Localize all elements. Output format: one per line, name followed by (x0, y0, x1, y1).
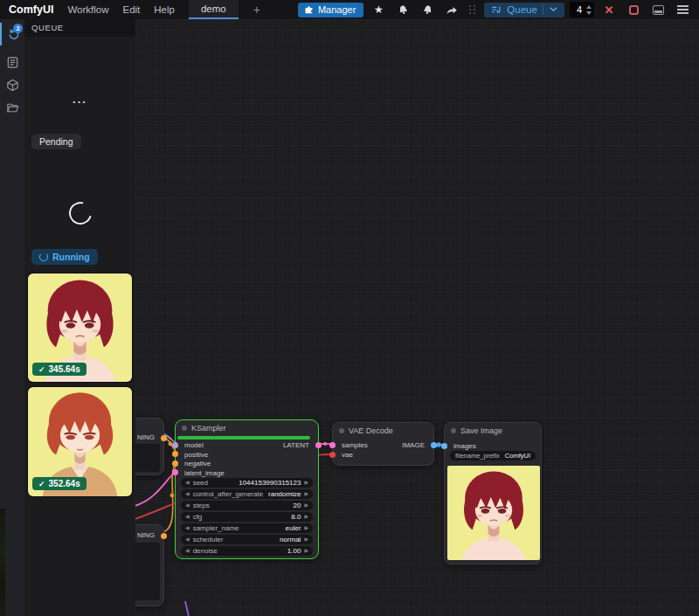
queue-sidebar-panel: QUEUE ... Pending Running ✓ 345.64s ✓ 35… (24, 19, 135, 616)
drag-handle-icon[interactable] (469, 5, 476, 14)
loading-spinner (65, 197, 96, 229)
increment-arrow-icon[interactable] (304, 489, 308, 499)
increment-arrow-icon[interactable] (304, 535, 308, 544)
model-library-cube-icon (6, 79, 19, 92)
bottom-panel-icon[interactable] (648, 2, 668, 17)
queue-overflow-menu[interactable]: ... (24, 93, 135, 106)
share-icon[interactable] (442, 2, 461, 17)
widget-scheduler[interactable]: scheduler normal (181, 535, 313, 544)
new-tab-button[interactable]: + (249, 3, 265, 17)
widget-sampler-name[interactable]: sampler_name euler (181, 523, 313, 533)
output-label-image: IMAGE (402, 441, 425, 449)
widget-cfg[interactable]: cfg 8.0 (181, 512, 313, 522)
progress-bar (177, 436, 315, 440)
manager-button[interactable]: Manager (298, 3, 363, 17)
decrement-arrow-icon[interactable] (185, 512, 190, 522)
saved-image-preview[interactable] (447, 466, 540, 560)
widget-steps[interactable]: steps 20 (181, 501, 313, 510)
node-graph-canvas[interactable]: NING th -lor, ed itable NING KSampler mo… (135, 19, 699, 616)
bell-alt-icon[interactable] (418, 2, 437, 17)
input-port-negative[interactable] (172, 460, 178, 467)
node-save-image[interactable]: Save Image images filename_prefix ComfyU… (444, 422, 542, 564)
chevron-down-icon[interactable] (549, 5, 558, 13)
sidebar-item-node-library[interactable] (0, 51, 24, 73)
node-title-bar[interactable]: Save Image (445, 423, 541, 439)
generated-image-portrait (447, 466, 540, 560)
input-port-vae[interactable] (329, 452, 336, 458)
input-port-samples[interactable] (329, 442, 336, 448)
decrement-arrow-icon[interactable] (185, 523, 190, 533)
check-icon: ✓ (38, 480, 45, 488)
increment-icon[interactable] (586, 5, 592, 9)
stop-icon[interactable] (624, 2, 643, 17)
menu-workflow[interactable]: Workflow (67, 4, 108, 15)
output-port-conditioning[interactable] (161, 435, 167, 441)
node-clip-text-encode-partial-top[interactable]: NING th -lor, ed itable (135, 418, 164, 475)
decrement-icon[interactable] (586, 11, 592, 15)
increment-arrow-icon[interactable] (304, 501, 308, 510)
sidebar-item-workflows[interactable] (0, 96, 24, 119)
top-menubar: ComfyUI Workflow Edit Help demo + Manage… (0, 0, 699, 19)
output-port-latent[interactable] (315, 442, 322, 448)
input-label-vae: vae (342, 451, 353, 459)
hamburger-menu-icon[interactable] (673, 2, 692, 17)
collapse-dot-icon[interactable] (451, 428, 456, 433)
input-label-images: images (453, 442, 476, 450)
prompt-text-widget[interactable] (135, 543, 160, 600)
queue-result-thumbnail-2[interactable]: ✓ 352.64s (28, 387, 132, 496)
collapse-dot-icon[interactable] (182, 426, 187, 431)
input-port-model[interactable] (172, 442, 178, 448)
queue-list-icon (490, 4, 502, 15)
queue-run-button[interactable]: Queue (484, 3, 564, 17)
decrement-arrow-icon[interactable] (185, 478, 190, 488)
node-ksampler[interactable]: KSampler model positive negative latent_… (175, 419, 319, 559)
output-port-image[interactable] (431, 442, 437, 448)
increment-arrow-icon[interactable] (304, 478, 308, 488)
input-port-latent-image[interactable] (172, 469, 178, 475)
input-port-images[interactable] (441, 443, 447, 449)
decrement-arrow-icon[interactable] (185, 501, 190, 510)
node-clip-text-encode-partial-bottom[interactable]: NING (135, 524, 164, 606)
widget-control-after-generate[interactable]: control_after_generate randomize (181, 489, 313, 499)
input-label-latent-image: latent_image (184, 469, 225, 477)
bell-icon[interactable] (393, 2, 412, 17)
output-label-conditioning: NING (137, 531, 155, 539)
divider (543, 4, 543, 15)
app-logo[interactable]: ComfyUI (9, 3, 53, 16)
widget-filename-prefix[interactable]: filename_prefix ComfyUI (450, 451, 536, 460)
queue-panel-header: QUEUE (24, 19, 135, 37)
prompt-text-widget[interactable]: th -lor, ed itable (135, 444, 160, 472)
widget-seed[interactable]: seed 1044153990315123 (181, 478, 313, 488)
widget-denoise[interactable]: denoise 1.00 (181, 546, 313, 556)
execution-time-badge: ✓ 352.64s (32, 477, 87, 490)
workflow-tab-demo[interactable]: demo (189, 0, 239, 19)
batch-count-stepper[interactable]: 4 (570, 2, 594, 17)
node-title-bar[interactable]: VAE Decode (333, 423, 433, 439)
input-label-negative: negative (184, 460, 211, 467)
folder-open-icon (6, 101, 19, 114)
decrement-arrow-icon[interactable] (185, 546, 190, 556)
sidebar-item-queue[interactable]: 2 (0, 23, 24, 45)
increment-arrow-icon[interactable] (304, 546, 308, 556)
queue-result-thumbnail-1[interactable]: ✓ 345.64s (28, 273, 132, 382)
increment-arrow-icon[interactable] (304, 512, 308, 522)
menu-edit[interactable]: Edit (122, 4, 140, 15)
node-library-icon (6, 56, 19, 69)
interrupt-icon[interactable]: ✕ (599, 2, 619, 17)
increment-arrow-icon[interactable] (304, 523, 308, 533)
node-title-bar[interactable]: KSampler (176, 420, 318, 436)
star-icon[interactable]: ★ (369, 2, 388, 17)
execution-time-badge: ✓ 345.64s (32, 363, 87, 376)
input-label-samples: samples (342, 441, 368, 449)
input-label-positive: positive (184, 451, 208, 459)
collapse-dot-icon[interactable] (339, 428, 344, 433)
puzzle-icon (304, 4, 314, 14)
node-vae-decode[interactable]: VAE Decode samples vae IMAGE (332, 422, 434, 466)
decrement-arrow-icon[interactable] (185, 489, 190, 499)
output-port-conditioning[interactable] (161, 533, 167, 539)
sidebar-item-model-library[interactable] (0, 73, 24, 96)
menu-help[interactable]: Help (154, 4, 175, 15)
output-label-conditioning: NING (137, 433, 155, 441)
decrement-arrow-icon[interactable] (185, 535, 190, 544)
input-port-positive[interactable] (172, 451, 178, 457)
